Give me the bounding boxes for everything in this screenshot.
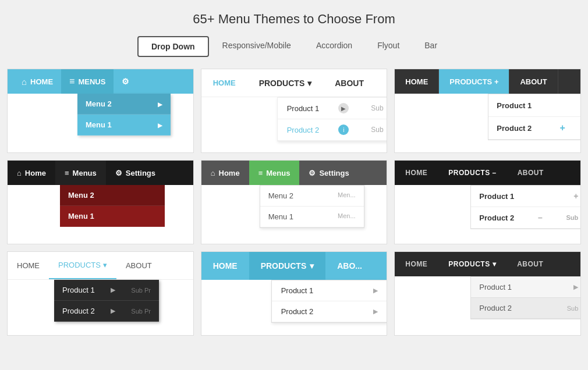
- tab-responsive[interactable]: Responsive/Mobile: [210, 36, 304, 57]
- card2-home: HOME: [201, 69, 247, 97]
- preview-card-4[interactable]: ⌂ Home ≡ Menus ⚙ Settings Menu 2 Menu 1: [7, 160, 194, 244]
- card4-home: ⌂ Home: [8, 161, 55, 185]
- card8-product1: Product 1 ▶: [272, 280, 387, 301]
- card3-product2: Product 2 + Su: [488, 117, 581, 140]
- card6-dropdown: Product 1 + Product 2 – Sub: [470, 185, 581, 229]
- card5-menus: ≡ Menus: [249, 161, 300, 185]
- arrow-icon-2: ▶: [373, 308, 378, 315]
- tab-bar[interactable]: Bar: [412, 36, 450, 57]
- card8-nav: HOME PRODUCTS ▾ ABO...: [201, 252, 387, 280]
- card4-settings: ⚙ Settings: [106, 161, 165, 185]
- card2-product1: Product 1 ▶ Sub: [278, 98, 388, 119]
- card6-nav: HOME PRODUCTS – ABOUT: [395, 161, 580, 185]
- card6-product1: Product 1 +: [471, 186, 581, 207]
- plus-icon-2: +: [560, 123, 565, 133]
- card2-about: ABOUT: [323, 69, 376, 97]
- card7-dropdown: Product 1 ▶ Sub Pr Product 2 ▶ Sub Pr: [54, 280, 159, 322]
- card1-menu2: Menu 2: [77, 94, 171, 115]
- card2-products: PRODUCTS ▾: [247, 69, 324, 97]
- card5-nav: ⌂ Home ≡ Menus ⚙ Settings: [201, 161, 387, 185]
- card6-home: HOME: [395, 161, 438, 185]
- card2-product2: Product 2 i Sub: [278, 119, 388, 141]
- card5-settings: ⚙ Settings: [299, 161, 358, 185]
- home-icon: [22, 77, 27, 87]
- card2-nav: HOME PRODUCTS ▾ ABOUT: [201, 69, 387, 97]
- gear-icon: [122, 77, 129, 86]
- card8-products: PRODUCTS ▾: [249, 252, 326, 280]
- tab-accordion[interactable]: Accordion: [303, 36, 365, 57]
- card1-settings: [114, 69, 137, 94]
- card7-home: HOME: [8, 252, 49, 279]
- arrow-icon: ▶: [573, 283, 578, 291]
- arrow-right-icon: ▶: [111, 286, 115, 294]
- card4-menu2: Menu 2: [60, 185, 165, 206]
- preview-card-5[interactable]: ⌂ Home ≡ Menus ⚙ Settings Menu 2 Men... …: [201, 160, 388, 244]
- plus-icon: +: [573, 191, 578, 201]
- card1-menu1: Menu 1: [77, 115, 171, 136]
- preview-card-3[interactable]: HOME PRODUCTS + ABOUT Product 1 + Produc…: [394, 69, 581, 153]
- card6-product2: Product 2 – Sub: [471, 207, 581, 229]
- card7-products: PRODUCTS ▾: [49, 252, 116, 279]
- card6-products: PRODUCTS –: [438, 161, 506, 185]
- preview-card-8[interactable]: HOME PRODUCTS ▾ ABO... Product 1 ▶ Produ…: [201, 251, 388, 336]
- card3-dropdown: Product 1 + Product 2 + Su: [488, 94, 581, 140]
- expand-icon: ▶: [338, 103, 349, 113]
- card3-home: HOME: [395, 69, 439, 94]
- expand-icon-2: i: [338, 124, 349, 135]
- minus-icon: –: [538, 213, 543, 222]
- card1-nav: HOME MENUS: [8, 69, 193, 94]
- card9-products: PRODUCTS ▾: [438, 252, 506, 276]
- preview-card-2[interactable]: HOME PRODUCTS ▾ ABOUT Product 1 ▶ Sub Pr…: [201, 69, 388, 153]
- card1-home: HOME: [13, 69, 61, 94]
- card7-nav: HOME PRODUCTS ▾ ABOUT: [8, 252, 193, 280]
- card3-product1: Product 1 +: [488, 94, 581, 117]
- card4-menus: ≡ Menus: [55, 161, 106, 185]
- arrow-right-icon-2: ▶: [111, 307, 115, 315]
- card7-about: ABOUT: [116, 252, 161, 279]
- tab-dropdown[interactable]: Drop Down: [137, 36, 209, 57]
- arrow-icon-2: [158, 120, 162, 129]
- card5-home: ⌂ Home: [201, 161, 249, 185]
- card4-nav: ⌂ Home ≡ Menus ⚙ Settings: [8, 161, 193, 185]
- menu-icon: [69, 76, 75, 87]
- card5-dropdown: Menu 2 Men... Menu 1 Men...: [260, 185, 364, 228]
- tab-flyout[interactable]: Flyout: [364, 36, 412, 57]
- preview-card-7[interactable]: HOME PRODUCTS ▾ ABOUT Product 1 ▶ Sub Pr…: [7, 251, 194, 336]
- preview-card-9[interactable]: HOME PRODUCTS ▾ ABOUT Product 1 ▶ Produc…: [394, 251, 581, 336]
- preview-card-6[interactable]: HOME PRODUCTS – ABOUT Product 1 + Produc…: [394, 160, 581, 244]
- card4-menu1: Menu 1: [60, 206, 165, 227]
- card3-products: PRODUCTS +: [439, 69, 509, 94]
- card7-product1: Product 1 ▶ Sub Pr: [54, 280, 159, 301]
- preview-card-1[interactable]: HOME MENUS Menu 2 Menu 1: [7, 69, 194, 153]
- card1-menus: MENUS: [61, 69, 114, 94]
- card2-dropdown: Product 1 ▶ Sub Product 2 i Sub: [277, 97, 388, 141]
- card9-about: ABOUT: [506, 252, 554, 276]
- preview-grid: HOME MENUS Menu 2 Menu 1 HOME: [0, 69, 588, 343]
- arrow-icon: [158, 99, 162, 108]
- tabs-bar: Drop Down Responsive/Mobile Accordion Fl…: [0, 36, 588, 57]
- card5-menu1: Menu 1 Men...: [260, 207, 364, 227]
- card4-dropdown: Menu 2 Menu 1: [60, 185, 165, 227]
- card8-home: HOME: [201, 252, 249, 280]
- arrow-icon: ▶: [373, 287, 378, 294]
- card3-nav: HOME PRODUCTS + ABOUT: [395, 69, 580, 94]
- card7-product2: Product 2 ▶ Sub Pr: [54, 301, 159, 322]
- card9-product1: Product 1 ▶: [471, 277, 581, 298]
- card9-dropdown: Product 1 ▶ Product 2 Sub: [470, 276, 581, 319]
- card5-menu2: Menu 2 Men...: [260, 186, 364, 207]
- card6-about: ABOUT: [507, 161, 554, 185]
- card1-dropdown: Menu 2 Menu 1: [77, 94, 171, 136]
- card3-about: ABOUT: [509, 69, 558, 94]
- card9-home: HOME: [395, 252, 438, 276]
- card8-product2: Product 2 ▶: [272, 301, 387, 322]
- page-title: 65+ Menu Themes to Choose From: [0, 0, 588, 36]
- card9-product2: Product 2 Sub: [471, 298, 581, 319]
- card8-about: ABO...: [325, 252, 374, 280]
- card8-dropdown: Product 1 ▶ Product 2 ▶: [271, 280, 388, 323]
- card9-nav: HOME PRODUCTS ▾ ABOUT: [395, 252, 580, 276]
